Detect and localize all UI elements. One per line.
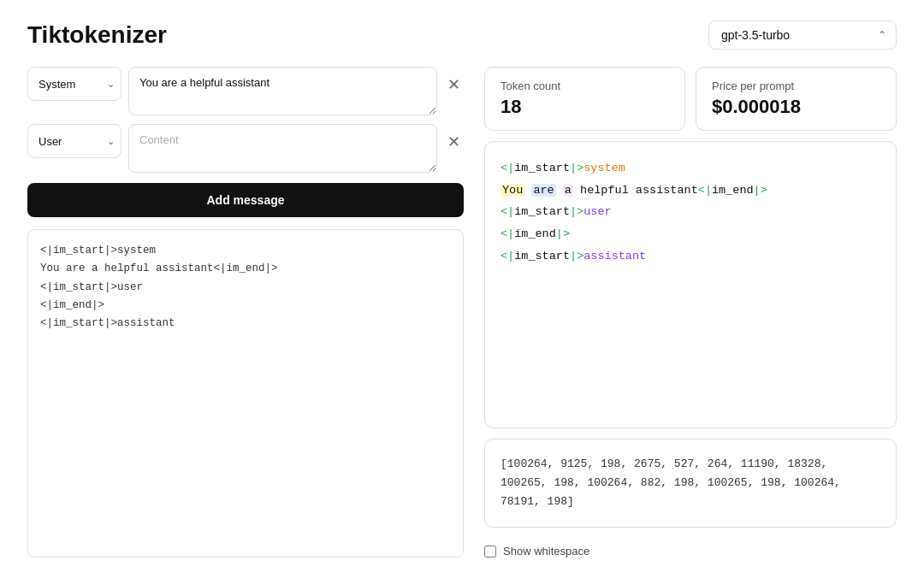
model-select[interactable]: gpt-3.5-turbo gpt-4 gpt-4-turbo text-dav… bbox=[708, 21, 897, 50]
show-whitespace-label: Show whitespace bbox=[503, 545, 589, 557]
token-start3: < bbox=[500, 250, 507, 262]
token-count-label: Token count bbox=[500, 80, 669, 92]
token-ids-card: [100264, 9125, 198, 2675, 527, 264, 1119… bbox=[484, 439, 897, 528]
app-title: Tiktokenizer bbox=[27, 21, 167, 49]
token-end-angle: < bbox=[698, 184, 705, 197]
model-select-wrapper: gpt-3.5-turbo gpt-4 gpt-4-turbo text-dav… bbox=[708, 21, 897, 50]
left-panel: System User Assistant ⌄ You are a helpfu… bbox=[27, 67, 464, 557]
token-start2: < bbox=[500, 205, 507, 218]
bottom-bar: Show whitespace bbox=[484, 538, 897, 557]
token-pipe: | bbox=[507, 162, 514, 174]
system-message-input[interactable]: You are a helpful assistant bbox=[128, 67, 437, 115]
token-im-start: im_start bbox=[514, 162, 570, 174]
token-pipe3: | bbox=[507, 205, 514, 218]
token-system: system bbox=[583, 162, 625, 174]
token-end-pipe2: | bbox=[754, 184, 761, 197]
token-end-pipe3: | bbox=[507, 227, 514, 240]
token-end2-text: im_end bbox=[514, 227, 556, 240]
message-row: System User Assistant ⌄ You are a helpfu… bbox=[27, 67, 464, 115]
token-pipe4: | bbox=[570, 205, 577, 218]
price-card: Price per prompt $0.000018 bbox=[696, 67, 897, 131]
message-rows: System User Assistant ⌄ You are a helpfu… bbox=[27, 67, 464, 173]
token-count-value: 18 bbox=[500, 96, 669, 118]
token-a: a bbox=[563, 184, 573, 197]
token-end-pipe4: | bbox=[556, 227, 563, 240]
role-select-wrapper: System User Assistant ⌄ bbox=[27, 67, 121, 101]
token-are: are bbox=[531, 184, 555, 197]
token-pipe2: | bbox=[570, 162, 577, 174]
right-panel: Token count 18 Price per prompt $0.00001… bbox=[484, 67, 897, 557]
stats-row: Token count 18 Price per prompt $0.00001… bbox=[484, 67, 897, 131]
user-role-select[interactable]: System User Assistant bbox=[27, 124, 121, 158]
token-end2: < bbox=[500, 227, 507, 240]
token-im-start2: im_start bbox=[514, 205, 570, 218]
price-value: $0.000018 bbox=[712, 96, 880, 118]
remove-system-message-button[interactable]: ✕ bbox=[444, 74, 464, 96]
price-label: Price per prompt bbox=[712, 80, 880, 92]
token-ids-text: [100264, 9125, 198, 2675, 527, 264, 1119… bbox=[500, 457, 841, 508]
message-row: System User Assistant ⌄ ✕ bbox=[27, 124, 464, 173]
token-preview-textarea[interactable]: <|im_start|>system You are a helpful ass… bbox=[27, 229, 464, 557]
system-role-select[interactable]: System User Assistant bbox=[27, 67, 121, 101]
user-message-input[interactable] bbox=[128, 124, 437, 173]
token-end-pipe: | bbox=[705, 184, 712, 197]
remove-user-message-button[interactable]: ✕ bbox=[444, 131, 464, 153]
add-message-button[interactable]: Add message bbox=[27, 183, 464, 217]
token-end-close: > bbox=[761, 184, 767, 197]
token-pipe5: | bbox=[507, 250, 514, 262]
token-you: You bbox=[500, 184, 524, 197]
show-whitespace-checkbox[interactable] bbox=[484, 546, 496, 557]
token-assistant: assistant bbox=[583, 250, 646, 262]
token-visual-card: <|im_start|>system You are a helpful ass… bbox=[484, 141, 897, 428]
token-pipe6: | bbox=[570, 250, 577, 262]
token-end-close2: > bbox=[563, 227, 570, 240]
token-angle-bracket: < bbox=[500, 162, 507, 174]
token-user: user bbox=[583, 205, 611, 218]
token-im-start3: im_start bbox=[514, 250, 570, 262]
token-count-card: Token count 18 bbox=[484, 67, 685, 131]
role-select-wrapper: System User Assistant ⌄ bbox=[27, 124, 121, 158]
token-im-end: im_end bbox=[712, 184, 754, 197]
